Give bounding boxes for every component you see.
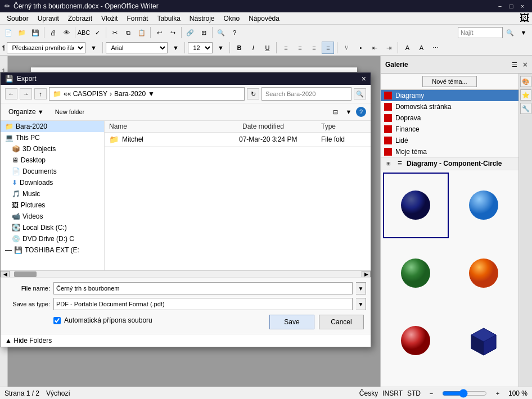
gallery-close-btn[interactable]: ×: [523, 60, 528, 69]
font-dropdown[interactable]: Arial: [106, 42, 168, 53]
new-folder-button[interactable]: New folder: [52, 107, 88, 116]
print-btn[interactable]: 🖨: [47, 26, 59, 39]
gallery-icon-top[interactable]: 🖼: [520, 12, 530, 24]
table-btn[interactable]: ⊞: [197, 26, 210, 39]
preview-btn[interactable]: 👁: [60, 26, 73, 39]
outdent-btn[interactable]: ⇤: [368, 42, 381, 54]
refresh-button[interactable]: ↻: [247, 88, 259, 99]
save-button[interactable]: Save: [269, 315, 314, 329]
align-center-btn[interactable]: ≡: [294, 42, 306, 54]
style-dropdown[interactable]: Předsazení prvního řádk: [7, 42, 85, 53]
menu-tabulka[interactable]: Tabulka: [152, 13, 184, 24]
paste-btn[interactable]: 📋: [136, 26, 148, 39]
menu-nastroje[interactable]: Nástroje: [185, 13, 219, 24]
savetype-input[interactable]: [53, 298, 353, 310]
highlight-btn[interactable]: A: [415, 42, 427, 54]
find-next-btn[interactable]: ▼: [517, 26, 530, 39]
menu-soubor[interactable]: Soubor: [2, 13, 33, 24]
savetype-arrow[interactable]: ▼: [356, 298, 366, 310]
forward-button[interactable]: →: [20, 88, 32, 99]
tree-music[interactable]: 🎵 Music: [1, 188, 104, 200]
tree-downloads[interactable]: ⬇ Downloads: [1, 177, 104, 188]
size-dropdown[interactable]: 12: [188, 42, 213, 53]
undo-btn[interactable]: ↩: [153, 26, 165, 39]
find-search-btn[interactable]: 🔍: [504, 26, 516, 39]
back-button[interactable]: ←: [5, 88, 17, 99]
h-scrollbar[interactable]: ◀ ▶: [1, 270, 371, 277]
cancel-button[interactable]: Cancel: [319, 315, 364, 329]
search-input[interactable]: [262, 87, 351, 101]
more-btn[interactable]: ⋯: [429, 42, 441, 54]
menu-upravit[interactable]: Upravit: [33, 13, 64, 24]
fontcolor-btn[interactable]: A: [401, 42, 413, 54]
savetype-label: Save as type:: [5, 301, 50, 307]
menu-zobrazit[interactable]: Zobrazit: [64, 13, 97, 24]
menu-format[interactable]: Formát: [122, 13, 152, 24]
redo-btn[interactable]: ↪: [166, 26, 179, 39]
tree-toshiba[interactable]: — 💾 TOSHIBA EXT (E:: [1, 244, 104, 256]
view-dropdown-btn[interactable]: ▼: [342, 106, 355, 118]
tree-thispc[interactable]: 💻 This PC: [1, 132, 104, 143]
font-arrow[interactable]: ▼: [169, 42, 182, 54]
help-tb-btn[interactable]: ?: [228, 26, 241, 39]
app-icon: ✏: [4, 2, 10, 10]
col-name[interactable]: Name: [109, 123, 242, 130]
align-left-btn[interactable]: ≡: [279, 42, 292, 54]
file-browser: 📁 Bara-2020 💻 This PC 📦 3D Objects 🖥 Des…: [1, 121, 371, 270]
file-row-mitchel[interactable]: 📁 Mitchel 07-Mar-20 3:24 PM File fold: [105, 133, 371, 147]
dialog-close-btn[interactable]: ×: [362, 74, 366, 83]
save-btn[interactable]: 💾: [29, 26, 42, 39]
align-right-btn[interactable]: ≡: [308, 42, 320, 54]
menu-napoveda[interactable]: Nápověda: [244, 13, 284, 24]
style-arrow[interactable]: ▼: [87, 42, 100, 54]
organize-button[interactable]: Organize ▼: [5, 107, 47, 117]
spellcheck-btn[interactable]: ABC: [78, 26, 90, 39]
scroll-left-btn[interactable]: ◀: [1, 271, 10, 278]
up-button[interactable]: ↑: [34, 88, 47, 99]
tree-dvd[interactable]: 💿 DVD Drive (D:) C: [1, 233, 104, 244]
tree-desktop[interactable]: 🖥 Desktop: [1, 155, 104, 166]
tree-localdisk[interactable]: 💽 Local Disk (C:): [1, 222, 104, 233]
help-button[interactable]: ?: [356, 107, 366, 117]
menu-vlozit[interactable]: Vložit: [97, 13, 122, 24]
dvd-icon: 💿: [12, 235, 20, 243]
scroll-thumb[interactable]: [14, 271, 37, 277]
scroll-right-btn[interactable]: ▶: [362, 271, 371, 278]
numbering-btn[interactable]: ⑂: [340, 42, 353, 54]
tree-videos[interactable]: 📹 Videos: [1, 211, 104, 222]
tree-pictures[interactable]: 🖼 Pictures: [1, 200, 104, 211]
documents-icon: 📄: [12, 167, 20, 175]
italic-btn[interactable]: I: [247, 42, 259, 54]
new-btn[interactable]: 📄: [2, 26, 15, 39]
size-arrow[interactable]: ▼: [214, 42, 227, 54]
autocorrect-btn[interactable]: ✓: [91, 26, 103, 39]
bold-btn[interactable]: B: [233, 42, 245, 54]
open-btn[interactable]: 📁: [16, 26, 28, 39]
indent-btn[interactable]: ⇥: [382, 42, 395, 54]
bullets-btn[interactable]: •: [354, 42, 367, 54]
auto-extension-checkbox[interactable]: [53, 317, 61, 324]
3dobjects-icon: 📦: [12, 145, 20, 153]
maximize-button[interactable]: □: [506, 2, 516, 11]
cut-btn[interactable]: ✂: [109, 26, 121, 39]
gallery-options-btn[interactable]: ☰: [508, 58, 521, 71]
tree-bara2020[interactable]: 📁 Bara-2020: [1, 121, 104, 132]
filename-arrow[interactable]: ▼: [356, 282, 366, 294]
filename-input[interactable]: [53, 282, 353, 294]
close-button[interactable]: ×: [517, 2, 528, 11]
hyperlink-btn[interactable]: 🔗: [184, 26, 196, 39]
find-input[interactable]: [458, 27, 503, 38]
tree-documents[interactable]: 📄 Documents: [1, 166, 104, 177]
tree-3dobjects[interactable]: 📦 3D Objects: [1, 143, 104, 155]
hide-folders-bar[interactable]: ▲ Hide Folders: [1, 334, 371, 347]
menu-okno[interactable]: Okno: [219, 13, 245, 24]
copy-btn[interactable]: ⧉: [122, 26, 134, 39]
search-btn[interactable]: 🔍: [354, 88, 366, 99]
col-type[interactable]: Type: [321, 123, 366, 130]
underline-btn[interactable]: U: [261, 42, 273, 54]
minimize-button[interactable]: −: [495, 2, 505, 11]
view-toggle-btn[interactable]: ⊟: [329, 106, 341, 118]
align-justify-btn[interactable]: ≡: [322, 42, 334, 54]
zoom-in-btn[interactable]: 🔍: [215, 26, 227, 39]
col-date[interactable]: Date modified: [242, 123, 321, 130]
